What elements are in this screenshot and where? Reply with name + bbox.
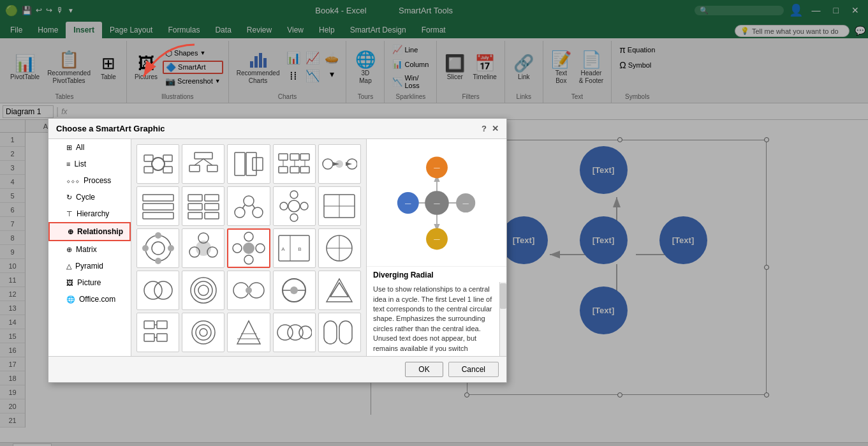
grid-item-4-1[interactable]	[136, 271, 179, 310]
svg-point-101	[200, 329, 207, 336]
all-label: All	[76, 143, 84, 152]
dialog-close-btn[interactable]: ✕	[492, 124, 499, 133]
svg-rect-14	[163, 167, 172, 173]
picture-label: Picture	[77, 278, 101, 287]
dialog-grid: AB	[131, 139, 366, 356]
svg-point-34	[335, 160, 343, 168]
svg-point-46	[244, 196, 254, 206]
grid-row-1	[136, 144, 361, 184]
dialog-title-text: Choose a SmartArt Graphic	[56, 124, 165, 133]
sidebar-pyramid[interactable]: △ Pyramid	[48, 258, 131, 274]
grid-item-5-4[interactable]	[273, 313, 316, 352]
svg-point-86	[198, 285, 209, 295]
svg-point-61	[155, 232, 161, 239]
picture-icon: 🖼	[66, 279, 73, 286]
sidebar-cycle[interactable]: ↻ Cycle	[48, 189, 131, 205]
grid-item-4-2[interactable]	[182, 271, 224, 310]
svg-rect-27	[290, 167, 299, 173]
cycle-label: Cycle	[76, 193, 95, 202]
grid-item-3-4[interactable]: AB	[273, 228, 316, 268]
svg-rect-108	[339, 321, 352, 344]
grid-row-5	[136, 313, 361, 352]
grid-item-2-3[interactable]	[227, 186, 270, 226]
preview-description: Use to show relationships to a central i…	[367, 282, 499, 356]
sidebar-list[interactable]: ≡ List	[48, 156, 131, 172]
svg-point-82	[144, 281, 162, 299]
grid-item-5-1[interactable]	[136, 313, 179, 352]
office-icon: 🌐	[66, 295, 75, 304]
grid-item-2-2[interactable]	[182, 186, 224, 226]
svg-rect-28	[300, 167, 309, 173]
grid-item-5-5[interactable]	[318, 313, 361, 352]
svg-point-72	[244, 255, 253, 264]
svg-rect-26	[279, 167, 288, 173]
svg-line-18	[195, 159, 203, 165]
dialog-help-btn[interactable]: ?	[482, 124, 487, 133]
svg-rect-20	[235, 152, 245, 175]
grid-item-3-5[interactable]	[318, 228, 361, 268]
svg-point-106	[299, 326, 312, 339]
dialog-title-controls: ? ✕	[482, 124, 499, 133]
svg-rect-45	[205, 212, 219, 219]
matrix-label: Matrix	[76, 245, 97, 254]
grid-row-4	[136, 271, 361, 310]
cancel-button[interactable]: Cancel	[448, 362, 499, 377]
grid-item-1-5[interactable]	[318, 144, 361, 184]
grid-item-5-2[interactable]	[182, 313, 224, 352]
svg-point-100	[196, 325, 211, 340]
svg-text:B: B	[298, 246, 302, 252]
grid-item-1-3[interactable]	[227, 144, 270, 184]
grid-item-3-2[interactable]	[182, 228, 224, 268]
svg-point-69	[243, 242, 254, 254]
grid-item-4-3[interactable]	[227, 271, 270, 310]
preview-scrollbar[interactable]	[499, 282, 506, 356]
svg-rect-41	[205, 195, 219, 201]
sidebar-picture[interactable]: 🖼 Picture	[48, 274, 131, 291]
grid-item-3-1[interactable]	[136, 228, 179, 268]
grid-item-2-5[interactable]	[318, 186, 361, 226]
grid-item-1-4[interactable]	[273, 144, 316, 184]
grid-item-5-3[interactable]	[227, 313, 270, 352]
svg-text:—: —	[462, 199, 469, 206]
pyramid-icon: △	[66, 262, 71, 271]
svg-point-63	[155, 258, 161, 264]
list-label: List	[74, 160, 86, 168]
sidebar-office[interactable]: 🌐 Office.com	[48, 291, 131, 308]
svg-point-53	[300, 202, 308, 210]
svg-rect-44	[188, 212, 202, 219]
svg-point-47	[235, 207, 245, 218]
svg-line-50	[253, 205, 255, 209]
svg-point-83	[154, 281, 172, 299]
svg-point-59	[145, 235, 171, 261]
dialog-overlay: Choose a SmartArt Graphic ? ✕ ⊞ All ≡ Li…	[0, 0, 868, 446]
svg-rect-25	[300, 154, 309, 160]
grid-item-1-1[interactable]	[136, 144, 179, 184]
grid-item-3-3[interactable]	[227, 228, 270, 268]
svg-rect-38	[143, 204, 173, 210]
sidebar-matrix[interactable]: ⊕ Matrix	[48, 241, 131, 258]
svg-rect-40	[188, 195, 202, 201]
grid-item-2-1[interactable]	[136, 186, 179, 226]
sidebar-relationship[interactable]: ⊕ Relationship	[48, 222, 131, 241]
ok-button[interactable]: OK	[405, 362, 443, 377]
sidebar-process[interactable]: ⬦⬦⬦ Process	[48, 172, 131, 189]
grid-item-2-4[interactable]	[273, 186, 316, 226]
svg-point-51	[288, 200, 300, 212]
sidebar-all[interactable]: ⊞ All	[48, 139, 131, 156]
svg-rect-107	[324, 321, 337, 344]
grid-row-2	[136, 186, 361, 226]
sidebar-hierarchy[interactable]: ⊤ Hierarchy	[48, 205, 131, 222]
svg-rect-94	[157, 321, 167, 329]
svg-text:—: —	[434, 199, 440, 206]
all-icon: ⊞	[66, 144, 72, 152]
scroll-thumb	[500, 283, 506, 309]
preview-diagram: — — — — —	[383, 152, 491, 254]
grid-item-4-5[interactable]	[318, 271, 361, 310]
svg-rect-11	[144, 155, 153, 161]
grid-item-4-4[interactable]	[273, 271, 316, 310]
svg-rect-37	[143, 195, 173, 201]
process-label: Process	[84, 176, 111, 185]
svg-point-32	[323, 159, 333, 169]
svg-point-55	[280, 202, 288, 210]
grid-item-1-2[interactable]	[182, 144, 224, 184]
